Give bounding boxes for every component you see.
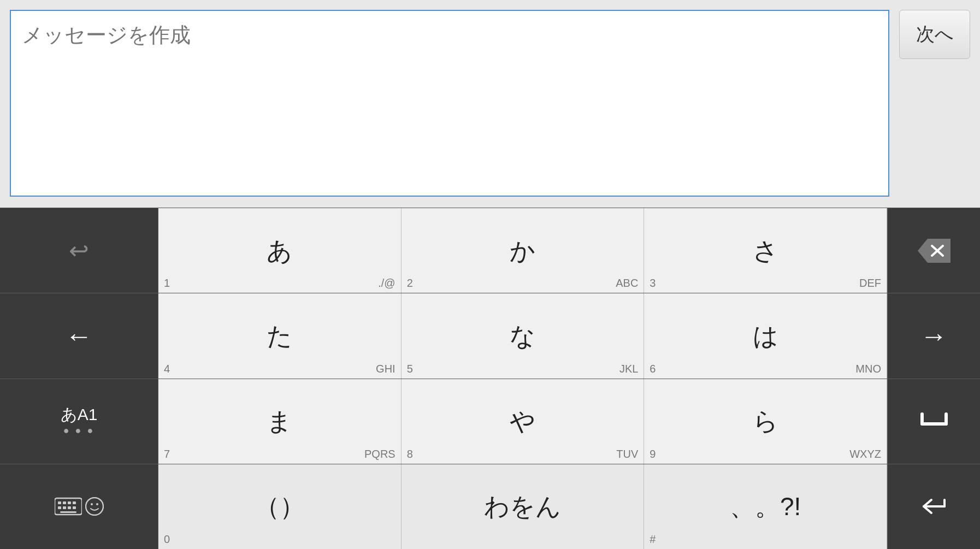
key-ta-num: 4: [164, 363, 170, 375]
svg-point-18: [96, 503, 98, 505]
key-ya-alpha: TUV: [616, 448, 638, 461]
key-ka-num: 2: [407, 277, 413, 290]
key-ra-alpha: WXYZ: [849, 448, 881, 461]
key-ta-alpha: GHI: [376, 363, 395, 375]
key-punct-num: #: [650, 533, 656, 546]
key-a-num: 1: [164, 277, 170, 290]
key-ya-num: 8: [407, 448, 413, 461]
svg-rect-4: [920, 412, 924, 426]
keyboard-row-4: （） 0 わをん 、。?! #: [0, 464, 980, 549]
key-arrow-left[interactable]: ←: [0, 293, 158, 378]
key-space[interactable]: [887, 379, 980, 464]
key-sa-kana: さ: [753, 238, 778, 263]
key-back-arrow[interactable]: ↩: [0, 208, 158, 293]
key-ha-kana: は: [753, 323, 778, 349]
key-a-alpha: ./@: [378, 277, 395, 290]
svg-rect-12: [63, 506, 66, 509]
key-ha-alpha: MNO: [855, 363, 881, 375]
key-sa-num: 3: [650, 277, 656, 290]
top-area: 次へ: [0, 0, 980, 208]
svg-rect-15: [60, 511, 76, 513]
key-ka[interactable]: か 2 ABC: [402, 208, 645, 293]
svg-rect-13: [68, 506, 71, 509]
key-keyboard-emoji[interactable]: [0, 464, 158, 549]
key-ma-alpha: PQRS: [364, 448, 395, 461]
keyboard-row-1: ↩ あ 1 ./@ か 2 ABC さ 3 DEF: [0, 208, 980, 293]
emoji-icon: [85, 497, 104, 516]
arrow-right-icon: →: [920, 320, 948, 352]
key-paren-num: 0: [164, 533, 170, 546]
keyboard: ↩ あ 1 ./@ か 2 ABC さ 3 DEF ←: [0, 208, 980, 549]
key-sa[interactable]: さ 3 DEF: [644, 208, 887, 293]
key-ra[interactable]: ら 9 WXYZ: [644, 379, 887, 464]
key-punct-kana: 、。?!: [730, 494, 801, 519]
key-na[interactable]: な 5 JKL: [402, 293, 645, 378]
key-na-alpha: JKL: [619, 363, 638, 375]
message-input[interactable]: [10, 10, 889, 197]
enter-icon: [918, 494, 950, 518]
svg-marker-0: [918, 239, 951, 263]
keyboard-row-2: ← た 4 GHI な 5 JKL は 6 MNO →: [0, 293, 980, 378]
svg-point-17: [91, 503, 93, 505]
space-icon: [918, 409, 950, 433]
back-arrow-icon: ↩: [69, 237, 89, 264]
keyboard-row-3: あA1 ● ● ● ま 7 PQRS や 8 TUV ら 9 WXYZ: [0, 379, 980, 464]
key-ha[interactable]: は 6 MNO: [644, 293, 887, 378]
key-ka-alpha: ABC: [616, 277, 638, 290]
mode-label: あA1: [61, 406, 98, 423]
backspace-icon: [918, 239, 951, 263]
key-ma[interactable]: ま 7 PQRS: [158, 379, 402, 464]
key-wa-kana: わをん: [484, 494, 561, 519]
key-ya-kana: や: [510, 409, 535, 434]
svg-rect-7: [58, 501, 61, 504]
key-mode[interactable]: あA1 ● ● ●: [0, 379, 158, 464]
key-enter[interactable]: [887, 464, 980, 549]
next-button[interactable]: 次へ: [899, 10, 970, 59]
key-ma-num: 7: [164, 448, 170, 461]
key-punctuation[interactable]: 、。?! #: [644, 464, 887, 549]
key-ra-num: 9: [650, 448, 656, 461]
svg-point-16: [86, 498, 103, 515]
svg-rect-9: [68, 501, 71, 504]
key-wa[interactable]: わをん: [402, 464, 645, 549]
key-ka-kana: か: [510, 238, 535, 263]
key-ha-num: 6: [650, 363, 656, 375]
svg-rect-14: [73, 506, 76, 509]
svg-rect-5: [944, 412, 948, 426]
keyboard-icon: [55, 496, 82, 517]
key-ta-kana: た: [267, 323, 292, 349]
svg-rect-3: [920, 422, 948, 426]
key-ta[interactable]: た 4 GHI: [158, 293, 402, 378]
svg-rect-11: [58, 506, 61, 509]
key-ma-kana: ま: [267, 409, 292, 434]
key-ra-kana: ら: [753, 409, 778, 434]
arrow-left-icon: ←: [66, 320, 93, 352]
key-na-kana: な: [510, 323, 535, 349]
key-a[interactable]: あ 1 ./@: [158, 208, 402, 293]
svg-rect-8: [63, 501, 66, 504]
key-paren[interactable]: （） 0: [158, 464, 402, 549]
mode-dots: ● ● ●: [63, 425, 95, 436]
key-paren-kana: （）: [255, 494, 305, 519]
key-arrow-right[interactable]: →: [887, 293, 980, 378]
key-sa-alpha: DEF: [859, 277, 881, 290]
svg-rect-10: [73, 501, 76, 504]
key-a-kana: あ: [267, 238, 292, 263]
key-backspace[interactable]: [887, 208, 980, 293]
key-na-num: 5: [407, 363, 413, 375]
key-ya[interactable]: や 8 TUV: [402, 379, 645, 464]
